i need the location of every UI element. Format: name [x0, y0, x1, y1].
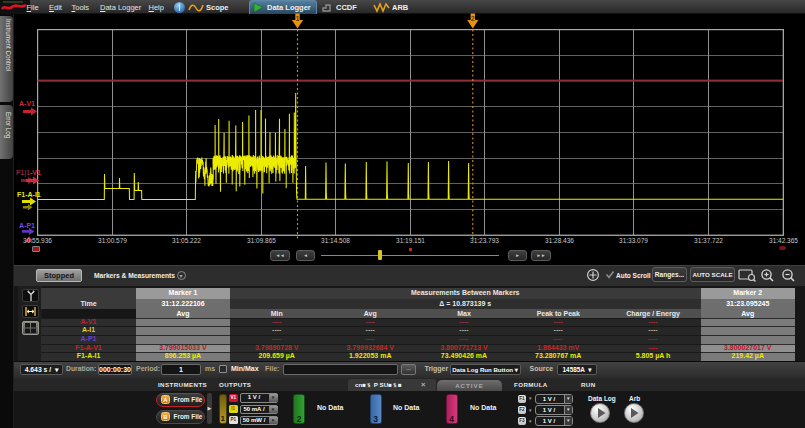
- svg-text:F1-A-I1: F1-A-I1: [17, 191, 41, 198]
- svg-text:2: 2: [471, 15, 475, 22]
- svg-text:A-P1: A-P1: [19, 222, 35, 229]
- svg-text:A-V1: A-V1: [19, 100, 35, 107]
- svg-text:1: 1: [296, 15, 300, 22]
- svg-text:-V1: -V1: [30, 169, 41, 176]
- svg-text:F1|1: F1|1: [16, 169, 30, 177]
